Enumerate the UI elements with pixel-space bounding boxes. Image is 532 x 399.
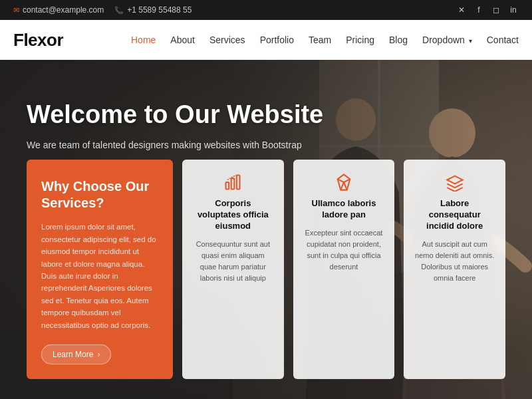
service-card-2: Ullamco laboris ladore pan Excepteur sin… <box>293 160 395 379</box>
nav-link-home[interactable]: Home <box>131 35 156 45</box>
nav-link-about[interactable]: About <box>170 35 195 45</box>
service-3-text: Aut suscipit aut cum nemo deleniti aut o… <box>414 239 495 284</box>
service-2-text: Excepteur sint occaecat cupidatat non pr… <box>304 227 384 273</box>
site-logo[interactable]: Flexor <box>13 30 63 51</box>
nav-link-team[interactable]: Team <box>309 35 331 45</box>
linkedin-icon[interactable]: in <box>508 5 519 15</box>
why-choose-title: Why Choose Our Services? <box>41 178 158 211</box>
email-contact: ✉ contact@example.com <box>13 5 104 15</box>
nav-menu: Home About Services Portfolio Team Prici… <box>131 35 519 45</box>
nav-item-pricing[interactable]: Pricing <box>346 35 374 45</box>
email-icon: ✉ <box>13 6 19 15</box>
nav-link-blog[interactable]: Blog <box>389 35 408 45</box>
nav-link-pricing[interactable]: Pricing <box>346 35 374 45</box>
nav-item-team[interactable]: Team <box>309 35 331 45</box>
nav-link-services[interactable]: Services <box>209 35 245 45</box>
phone-text: +1 5589 55488 55 <box>127 5 192 15</box>
service-card-1: Corporis voluptates officia eiusmod Cons… <box>182 160 284 379</box>
hero-title: Welcome to Our Website <box>27 100 323 130</box>
svg-rect-7 <box>231 179 235 190</box>
why-choose-card: Why Choose Our Services? Lorem ipsum dol… <box>27 160 173 379</box>
instagram-icon[interactable]: ◻ <box>491 5 501 15</box>
svg-line-11 <box>344 182 347 190</box>
svg-rect-8 <box>237 176 240 190</box>
service-3-title: Labore consequatur incidid dolore <box>414 198 495 232</box>
facebook-icon[interactable]: f <box>473 5 484 15</box>
nav-item-home[interactable]: Home <box>131 35 156 45</box>
nav-item-about[interactable]: About <box>170 35 195 45</box>
dropdown-arrow-icon: ▾ <box>469 37 472 45</box>
chart-icon <box>193 173 273 192</box>
phone-contact: 📞 +1 5589 55488 55 <box>114 5 192 15</box>
learn-more-label: Learn More <box>53 350 93 359</box>
nav-link-portfolio[interactable]: Portfolio <box>260 35 294 45</box>
social-links: ✕ f ◻ in <box>456 5 519 15</box>
email-text: contact@example.com <box>23 5 104 15</box>
svg-rect-6 <box>226 182 229 190</box>
navbar: Flexor Home About Services Portfolio Tea… <box>0 20 532 60</box>
top-bar-contacts: ✉ contact@example.com 📞 +1 5589 55488 55 <box>13 5 192 15</box>
nav-item-blog[interactable]: Blog <box>389 35 408 45</box>
top-bar: ✉ contact@example.com 📞 +1 5589 55488 55… <box>0 0 532 20</box>
nav-item-services[interactable]: Services <box>209 35 245 45</box>
service-1-title: Corporis voluptates officia eiusmod <box>193 198 273 232</box>
service-2-title: Ullamco laboris ladore pan <box>304 198 384 221</box>
svg-line-10 <box>340 182 344 190</box>
diamond-icon <box>304 173 384 192</box>
service-card-3: Labore consequatur incidid dolore Aut su… <box>404 160 505 379</box>
layers-icon <box>414 173 495 192</box>
phone-icon: 📞 <box>114 6 124 15</box>
x-social-icon[interactable]: ✕ <box>456 5 467 15</box>
learn-more-button[interactable]: Learn More › <box>41 344 111 364</box>
arrow-right-icon: › <box>97 350 100 359</box>
hero-section: Welcome to Our Website We are team of ta… <box>0 60 532 399</box>
hero-content: Welcome to Our Website We are team of ta… <box>27 100 323 150</box>
service-1-text: Consequuntur sunt aut quasi enim aliquam… <box>193 239 273 284</box>
hero-subtitle: We are team of talented designers making… <box>27 140 323 150</box>
nav-item-dropdown[interactable]: Dropdown ▾ <box>422 35 472 45</box>
nav-item-contact[interactable]: Contact <box>487 35 519 45</box>
why-choose-text: Lorem ipsum dolor sit amet, consectetur … <box>41 221 158 331</box>
cards-row: Why Choose Our Services? Lorem ipsum dol… <box>27 160 505 379</box>
nav-link-contact[interactable]: Contact <box>487 35 519 45</box>
nav-item-portfolio[interactable]: Portfolio <box>260 35 294 45</box>
nav-link-dropdown[interactable]: Dropdown ▾ <box>422 35 472 45</box>
